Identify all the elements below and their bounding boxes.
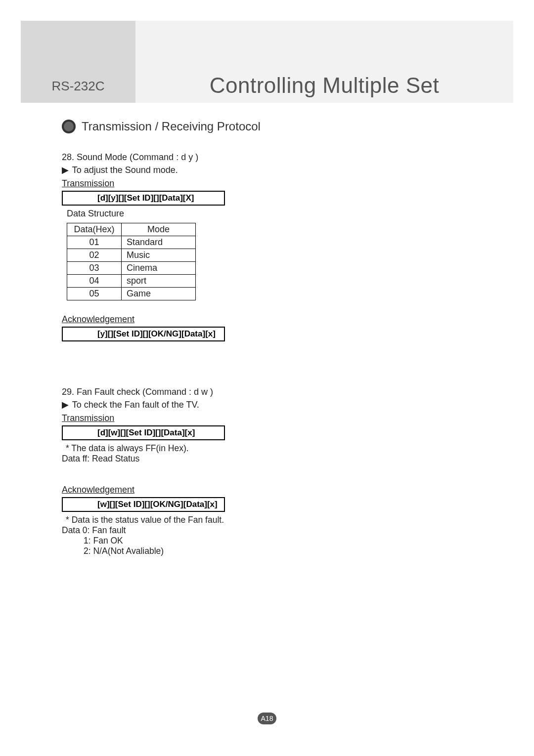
cmd28-heading: 28. Sound Mode (Command : d y ) [62,152,472,163]
cell-mode: Music [122,249,196,262]
table-row: 04 sport [67,275,196,288]
bullet-icon [62,120,76,133]
cmd29-desc: ▶ To check the Fan fault of the TV. [62,399,472,410]
cmd28-transmission-box: [d][y][][Set ID][][Data][X] [62,191,225,206]
header-left-label: RS-232C [52,79,105,94]
section-title: Transmission / Receiving Protocol [82,120,261,133]
cmd28-mode-table: Data(Hex) Mode 01 Standard 02 Music 03 C… [67,223,196,300]
th-data-hex: Data(Hex) [67,223,122,236]
cell-hex: 03 [67,262,122,275]
arrow-right-icon: ▶ [62,399,69,410]
page-number: A18 [261,714,273,722]
cmd29-ack-note4: 2: N/A(Not Avaliable) [84,546,472,556]
table-row: 02 Music [67,249,196,262]
cell-mode: sport [122,275,196,288]
cell-hex: 04 [67,275,122,288]
cmd29-heading: 29. Fan Fault check (Command : d w ) [62,387,472,397]
cmd29-ack-note2: Data 0: Fan fault [62,525,472,536]
content-area: Transmission / Receiving Protocol 28. So… [62,113,472,556]
header-title-wrap: Controlling Multiple Set [135,73,513,103]
cell-hex: 05 [67,288,122,300]
header-left-block: RS-232C [21,21,135,103]
cmd29-note2: Data ff: Read Status [62,454,472,464]
command-28-block: 28. Sound Mode (Command : d y ) ▶ To adj… [62,152,472,341]
cmd28-ack-label: Acknowledgement [62,314,472,325]
spacer [62,464,472,482]
cmd29-desc-text: To check the Fan fault of the TV. [72,400,199,410]
cmd29-ack-note1: * Data is the status value of the Fan fa… [66,515,472,525]
table-row: 05 Game [67,288,196,300]
cmd28-desc-text: To adjust the Sound mode. [72,165,178,175]
table-row: 03 Cinema [67,262,196,275]
arrow-right-icon: ▶ [62,165,69,175]
spacer [62,344,472,387]
cell-hex: 02 [67,249,122,262]
cell-hex: 01 [67,236,122,249]
cmd28-ack-box: [y][][Set ID][][OK/NG][Data][x] [62,327,225,341]
cell-mode: Game [122,288,196,300]
cmd28-desc: ▶ To adjust the Sound mode. [62,165,472,175]
command-29-block: 29. Fan Fault check (Command : d w ) ▶ T… [62,387,472,556]
cmd29-ack-box: [w][][Set ID][][OK/NG][Data][x] [62,497,225,512]
cmd29-ack-note3: 1: Fan OK [84,536,472,546]
page-number-badge: A18 [258,713,276,724]
cmd28-transmission-label: Transmission [62,178,472,189]
page-header: RS-232C Controlling Multiple Set [21,21,513,103]
page-title: Controlling Multiple Set [210,73,439,98]
cmd29-note1: * The data is always FF(in Hex). [66,443,472,454]
section-header: Transmission / Receiving Protocol [62,120,472,133]
th-mode: Mode [122,223,196,236]
table-row: 01 Standard [67,236,196,249]
cell-mode: Standard [122,236,196,249]
cmd29-transmission-label: Transmission [62,413,472,423]
cell-mode: Cinema [122,262,196,275]
cmd28-data-structure-label: Data Structure [67,209,472,219]
cmd29-ack-label: Acknowledgement [62,485,472,495]
table-header-row: Data(Hex) Mode [67,223,196,236]
cmd29-transmission-box: [d][w][][Set ID][][Data][x] [62,425,225,440]
